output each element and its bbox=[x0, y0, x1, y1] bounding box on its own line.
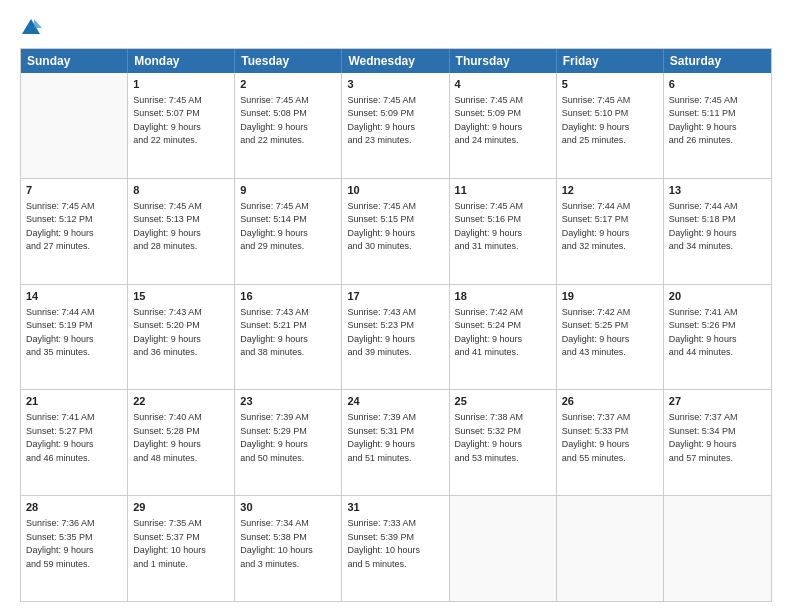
cal-cell: 26Sunrise: 7:37 AMSunset: 5:33 PMDayligh… bbox=[557, 390, 664, 495]
cal-cell: 22Sunrise: 7:40 AMSunset: 5:28 PMDayligh… bbox=[128, 390, 235, 495]
cell-info-line: Daylight: 9 hours bbox=[669, 438, 766, 452]
day-number: 14 bbox=[26, 289, 122, 305]
cell-info-line: Sunrise: 7:39 AM bbox=[240, 411, 336, 425]
cal-cell: 18Sunrise: 7:42 AMSunset: 5:24 PMDayligh… bbox=[450, 285, 557, 390]
cell-info-line: Daylight: 9 hours bbox=[133, 333, 229, 347]
cal-row-1: 7Sunrise: 7:45 AMSunset: 5:12 PMDaylight… bbox=[21, 178, 771, 284]
cell-info-line: Sunset: 5:16 PM bbox=[455, 213, 551, 227]
cal-cell: 20Sunrise: 7:41 AMSunset: 5:26 PMDayligh… bbox=[664, 285, 771, 390]
cell-info-line: Sunset: 5:20 PM bbox=[133, 319, 229, 333]
day-number: 11 bbox=[455, 183, 551, 199]
cell-info-line: and 41 minutes. bbox=[455, 346, 551, 360]
cal-header-day-friday: Friday bbox=[557, 49, 664, 73]
cal-cell bbox=[664, 496, 771, 601]
cell-info-line: Sunrise: 7:33 AM bbox=[347, 517, 443, 531]
cell-info-line: Sunset: 5:17 PM bbox=[562, 213, 658, 227]
cell-info-line: and 28 minutes. bbox=[133, 240, 229, 254]
cal-cell: 19Sunrise: 7:42 AMSunset: 5:25 PMDayligh… bbox=[557, 285, 664, 390]
cell-info-line: Sunset: 5:12 PM bbox=[26, 213, 122, 227]
cell-info-line: Sunset: 5:23 PM bbox=[347, 319, 443, 333]
cell-info-line: and 30 minutes. bbox=[347, 240, 443, 254]
cal-cell: 2Sunrise: 7:45 AMSunset: 5:08 PMDaylight… bbox=[235, 73, 342, 178]
day-number: 15 bbox=[133, 289, 229, 305]
cell-info-line: Daylight: 9 hours bbox=[455, 438, 551, 452]
cell-info-line: Sunrise: 7:40 AM bbox=[133, 411, 229, 425]
cell-info-line: Daylight: 9 hours bbox=[26, 438, 122, 452]
cell-info-line: Daylight: 10 hours bbox=[240, 544, 336, 558]
calendar-body: 1Sunrise: 7:45 AMSunset: 5:07 PMDaylight… bbox=[21, 73, 771, 601]
cell-info-line: Sunset: 5:32 PM bbox=[455, 425, 551, 439]
cell-info-line: and 22 minutes. bbox=[240, 134, 336, 148]
cell-info-line: Daylight: 9 hours bbox=[240, 227, 336, 241]
cell-info-line: and 32 minutes. bbox=[562, 240, 658, 254]
cell-info-line: Sunset: 5:09 PM bbox=[347, 107, 443, 121]
cal-cell: 11Sunrise: 7:45 AMSunset: 5:16 PMDayligh… bbox=[450, 179, 557, 284]
cell-info-line: Sunset: 5:28 PM bbox=[133, 425, 229, 439]
cell-info-line: Sunrise: 7:38 AM bbox=[455, 411, 551, 425]
cell-info-line: and 44 minutes. bbox=[669, 346, 766, 360]
day-number: 31 bbox=[347, 500, 443, 516]
cell-info-line: Sunset: 5:38 PM bbox=[240, 531, 336, 545]
calendar: SundayMondayTuesdayWednesdayThursdayFrid… bbox=[20, 48, 772, 602]
cal-cell: 13Sunrise: 7:44 AMSunset: 5:18 PMDayligh… bbox=[664, 179, 771, 284]
cal-cell: 29Sunrise: 7:35 AMSunset: 5:37 PMDayligh… bbox=[128, 496, 235, 601]
cal-row-4: 28Sunrise: 7:36 AMSunset: 5:35 PMDayligh… bbox=[21, 495, 771, 601]
day-number: 2 bbox=[240, 77, 336, 93]
cal-cell: 31Sunrise: 7:33 AMSunset: 5:39 PMDayligh… bbox=[342, 496, 449, 601]
cell-info-line: Sunset: 5:35 PM bbox=[26, 531, 122, 545]
cell-info-line: Sunrise: 7:45 AM bbox=[562, 94, 658, 108]
cell-info-line: and 57 minutes. bbox=[669, 452, 766, 466]
day-number: 19 bbox=[562, 289, 658, 305]
day-number: 9 bbox=[240, 183, 336, 199]
day-number: 3 bbox=[347, 77, 443, 93]
cell-info-line: Daylight: 9 hours bbox=[26, 333, 122, 347]
logo-icon bbox=[20, 16, 42, 38]
cell-info-line: and 38 minutes. bbox=[240, 346, 336, 360]
cal-cell bbox=[450, 496, 557, 601]
cell-info-line: Sunrise: 7:45 AM bbox=[347, 94, 443, 108]
cal-cell: 1Sunrise: 7:45 AMSunset: 5:07 PMDaylight… bbox=[128, 73, 235, 178]
cell-info-line: Daylight: 9 hours bbox=[26, 544, 122, 558]
cell-info-line: Sunset: 5:11 PM bbox=[669, 107, 766, 121]
cell-info-line: and 48 minutes. bbox=[133, 452, 229, 466]
cell-info-line: Daylight: 10 hours bbox=[133, 544, 229, 558]
cell-info-line: Sunset: 5:19 PM bbox=[26, 319, 122, 333]
cell-info-line: Sunrise: 7:37 AM bbox=[669, 411, 766, 425]
cell-info-line: Daylight: 9 hours bbox=[347, 438, 443, 452]
cell-info-line: Daylight: 9 hours bbox=[455, 121, 551, 135]
cal-cell: 17Sunrise: 7:43 AMSunset: 5:23 PMDayligh… bbox=[342, 285, 449, 390]
cell-info-line: Sunset: 5:15 PM bbox=[347, 213, 443, 227]
cell-info-line: and 35 minutes. bbox=[26, 346, 122, 360]
cell-info-line: Sunrise: 7:43 AM bbox=[347, 306, 443, 320]
cell-info-line: and 36 minutes. bbox=[133, 346, 229, 360]
cal-header-day-monday: Monday bbox=[128, 49, 235, 73]
cal-cell: 3Sunrise: 7:45 AMSunset: 5:09 PMDaylight… bbox=[342, 73, 449, 178]
cal-cell: 30Sunrise: 7:34 AMSunset: 5:38 PMDayligh… bbox=[235, 496, 342, 601]
cell-info-line: Sunrise: 7:45 AM bbox=[133, 200, 229, 214]
cell-info-line: Sunrise: 7:42 AM bbox=[562, 306, 658, 320]
day-number: 29 bbox=[133, 500, 229, 516]
cell-info-line: Sunrise: 7:42 AM bbox=[455, 306, 551, 320]
cell-info-line: Sunset: 5:39 PM bbox=[347, 531, 443, 545]
cell-info-line: and 51 minutes. bbox=[347, 452, 443, 466]
cell-info-line: and 55 minutes. bbox=[562, 452, 658, 466]
cell-info-line: and 26 minutes. bbox=[669, 134, 766, 148]
cell-info-line: Daylight: 9 hours bbox=[669, 227, 766, 241]
cell-info-line: Sunset: 5:25 PM bbox=[562, 319, 658, 333]
cell-info-line: Daylight: 9 hours bbox=[455, 227, 551, 241]
cal-header-day-wednesday: Wednesday bbox=[342, 49, 449, 73]
cell-info-line: Sunset: 5:27 PM bbox=[26, 425, 122, 439]
cell-info-line: Daylight: 9 hours bbox=[240, 438, 336, 452]
day-number: 25 bbox=[455, 394, 551, 410]
cal-cell: 12Sunrise: 7:44 AMSunset: 5:17 PMDayligh… bbox=[557, 179, 664, 284]
cell-info-line: and 25 minutes. bbox=[562, 134, 658, 148]
cal-cell: 25Sunrise: 7:38 AMSunset: 5:32 PMDayligh… bbox=[450, 390, 557, 495]
day-number: 26 bbox=[562, 394, 658, 410]
cal-row-3: 21Sunrise: 7:41 AMSunset: 5:27 PMDayligh… bbox=[21, 389, 771, 495]
cell-info-line: Sunrise: 7:37 AM bbox=[562, 411, 658, 425]
cell-info-line: Sunrise: 7:34 AM bbox=[240, 517, 336, 531]
cell-info-line: Daylight: 9 hours bbox=[26, 227, 122, 241]
day-number: 18 bbox=[455, 289, 551, 305]
cell-info-line: Sunset: 5:26 PM bbox=[669, 319, 766, 333]
cell-info-line: and 46 minutes. bbox=[26, 452, 122, 466]
